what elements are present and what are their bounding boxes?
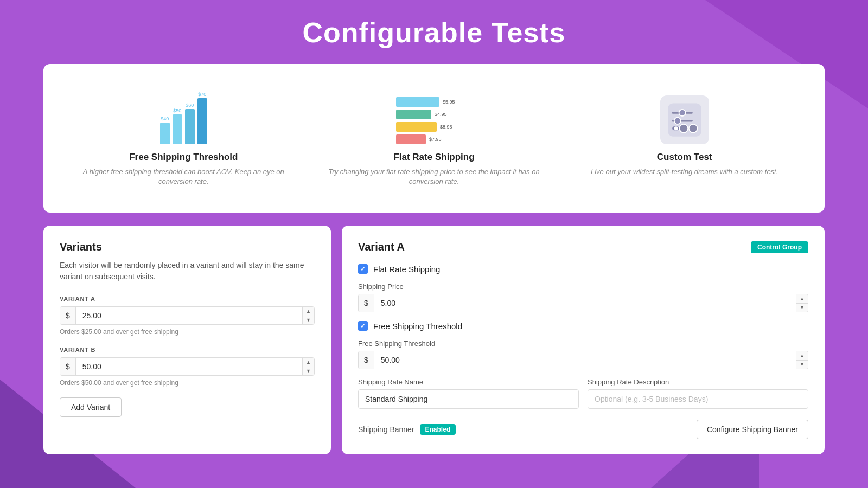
free-shipping-title: Free Shipping Threshold	[129, 152, 238, 163]
variants-panel-desc: Each visitor will be randomly placed in …	[60, 260, 315, 282]
flat-rate-checkbox-label: Flat Rate Shipping	[373, 265, 440, 274]
variant-b-spinner-down[interactable]: ▼	[303, 367, 314, 376]
variant-b-prefix: $	[60, 358, 76, 375]
variant-a-header: Variant A Control Group	[358, 241, 808, 253]
free-shipping-prefix: $	[359, 351, 374, 369]
variant-a-label: VARIANT A	[60, 296, 315, 302]
shipping-rate-name-col: Shipping Rate Name	[358, 378, 579, 409]
variant-a-spinner-down[interactable]: ▼	[303, 316, 314, 325]
free-shipping-checkbox-row[interactable]: Free Shipping Threshold	[358, 321, 808, 331]
variant-b-section: VARIANT B $ ▲ ▼ Orders $50.00 and over g…	[60, 346, 315, 387]
shipping-rate-desc-label: Shipping Rate Description	[588, 378, 808, 386]
free-shipping-threshold-input-wrapper[interactable]: $ ▲ ▼	[358, 351, 808, 369]
variant-b-spinner[interactable]: ▲ ▼	[302, 358, 314, 375]
svg-point-2	[679, 110, 685, 116]
free-shipping-threshold-down[interactable]: ▼	[796, 361, 808, 369]
variant-a-panel: Variant A Control Group Flat Rate Shippi…	[342, 226, 825, 454]
flat-rate-chart: $5.95 $4.95 $8.95 $7.95	[396, 90, 472, 144]
svg-point-5	[689, 124, 698, 133]
shipping-price-spinner[interactable]: ▲ ▼	[796, 294, 808, 312]
test-card-custom[interactable]: Custom Test Live out your wildest split-…	[559, 79, 809, 197]
shipping-banner-left: Shipping Banner Enabled	[358, 424, 456, 435]
free-shipping-chart: $40 $50 $60 $70	[145, 90, 221, 144]
add-variant-button[interactable]: Add Variant	[60, 397, 122, 417]
flat-rate-checkbox[interactable]	[358, 264, 368, 274]
variant-a-input-wrapper[interactable]: $ ▲ ▼	[60, 306, 315, 325]
variants-panel: Variants Each visitor will be randomly p…	[43, 226, 331, 454]
test-card-free-shipping[interactable]: $40 $50 $60 $70	[59, 79, 309, 197]
free-shipping-checkbox[interactable]	[358, 321, 368, 331]
custom-test-title: Custom Test	[657, 152, 712, 163]
flat-rate-checkbox-row[interactable]: Flat Rate Shipping	[358, 264, 808, 274]
shipping-banner-label: Shipping Banner	[358, 425, 414, 434]
shipping-banner-row: Shipping Banner Enabled Configure Shippi…	[358, 420, 808, 439]
shipping-price-input-wrapper[interactable]: $ ▲ ▼	[358, 294, 808, 312]
shipping-price-input[interactable]	[374, 294, 796, 312]
variant-a-spinner[interactable]: ▲ ▼	[302, 307, 314, 324]
shipping-price-down[interactable]: ▼	[796, 304, 808, 312]
free-shipping-checkbox-label: Free Shipping Threshold	[373, 322, 462, 331]
page-title: Configurable Tests	[43, 16, 825, 49]
free-shipping-threshold-label: Free Shipping Threshold	[358, 339, 808, 348]
svg-point-6	[679, 124, 688, 133]
shipping-price-up[interactable]: ▲	[796, 294, 808, 304]
variant-b-spinner-up[interactable]: ▲	[303, 358, 314, 367]
variant-b-hint: Orders $50.00 and over get free shipping	[60, 379, 315, 387]
shipping-price-prefix: $	[359, 294, 374, 312]
test-card-flat-rate[interactable]: $5.95 $4.95 $8.95 $7.95 Fl	[309, 79, 560, 197]
svg-point-4	[674, 118, 680, 124]
flat-rate-desc: Try changing your flat rate shipping pri…	[326, 167, 543, 187]
variant-a-input[interactable]	[76, 307, 302, 324]
custom-test-desc: Live out your wildest split-testing drea…	[591, 167, 778, 177]
configure-shipping-banner-button[interactable]: Configure Shipping Banner	[697, 420, 808, 439]
variant-a-panel-title: Variant A	[358, 241, 405, 253]
free-shipping-desc: A higher free shipping threshold can boo…	[75, 167, 292, 187]
shipping-banner-status-badge: Enabled	[420, 424, 456, 435]
shipping-rate-desc-col: Shipping Rate Description	[588, 378, 808, 409]
variant-b-input-wrapper[interactable]: $ ▲ ▼	[60, 357, 315, 376]
variant-a-spinner-up[interactable]: ▲	[303, 307, 314, 316]
free-shipping-threshold-up[interactable]: ▲	[796, 351, 808, 361]
control-group-badge: Control Group	[751, 241, 808, 253]
shipping-rate-name-label: Shipping Rate Name	[358, 378, 579, 386]
variants-panel-title: Variants	[60, 241, 315, 253]
free-shipping-threshold-spinner[interactable]: ▲ ▼	[796, 351, 808, 369]
variant-a-prefix: $	[60, 307, 76, 324]
test-cards-section: $40 $50 $60 $70	[43, 64, 825, 213]
flat-rate-title: Flat Rate Shipping	[393, 152, 474, 163]
free-shipping-threshold-input[interactable]	[374, 351, 796, 369]
variant-b-label: VARIANT B	[60, 346, 315, 353]
custom-test-icon	[647, 90, 723, 144]
rate-name-desc-row: Shipping Rate Name Shipping Rate Descrip…	[358, 378, 808, 409]
svg-point-8	[674, 126, 678, 130]
variant-b-input[interactable]	[76, 358, 302, 375]
variant-a-hint: Orders $25.00 and over get free shipping	[60, 328, 315, 336]
variant-a-section: VARIANT A $ ▲ ▼ Orders $25.00 and over g…	[60, 296, 315, 336]
shipping-rate-name-input[interactable]	[358, 389, 579, 409]
shipping-rate-desc-input[interactable]	[588, 389, 808, 409]
shipping-price-label: Shipping Price	[358, 282, 808, 291]
